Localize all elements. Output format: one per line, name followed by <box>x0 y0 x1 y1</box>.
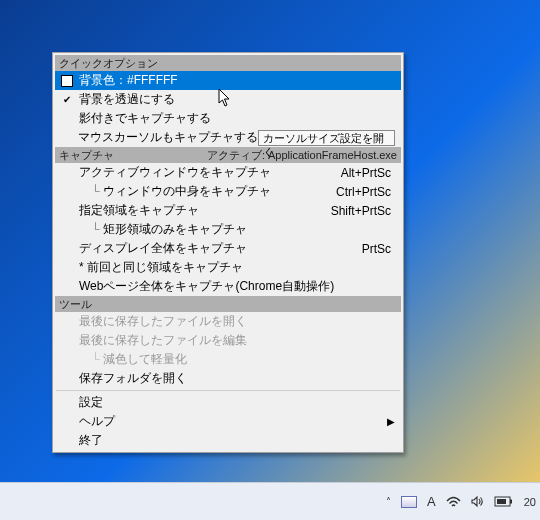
menu-label: 終了 <box>79 432 103 449</box>
active-process-label: アクティブ: ApplicationFrameHost.exe <box>207 147 397 163</box>
menu-item-open-last: 最後に保存したファイルを開く <box>55 312 401 331</box>
menu-label: 背景を透過にする <box>79 91 175 108</box>
clock[interactable]: 20 <box>524 496 536 508</box>
menu-label: アクティブウィンドウをキャプチャ <box>79 164 271 181</box>
menu-label: * 前回と同じ領域をキャプチャ <box>79 259 243 276</box>
ime-indicator[interactable]: A <box>427 494 436 509</box>
menu-label: 保存フォルダを開く <box>79 370 187 387</box>
menu-label: 背景色：#FFFFFF <box>79 72 178 89</box>
menu-item-edit-last: 最後に保存したファイルを編集 <box>55 331 401 350</box>
menu-label: 最後に保存したファイルを開く <box>79 313 247 330</box>
menu-label: 最後に保存したファイルを編集 <box>79 332 247 349</box>
section-capture: キャプチャ アクティブ: ApplicationFrameHost.exe <box>55 147 401 163</box>
menu-item-capture-fullscreen[interactable]: ディスプレイ全体をキャプチャ PrtSc <box>55 239 401 258</box>
menu-label: 矩形領域のみをキャプチャ <box>79 221 247 238</box>
menu-label: ウィンドウの中身をキャプチャ <box>79 183 271 200</box>
menu-label: 指定領域をキャプチャ <box>79 202 199 219</box>
shortcut-label: Shift+PrtSc <box>331 204 395 218</box>
menu-item-bgcolor[interactable]: 背景色：#FFFFFF <box>55 71 401 90</box>
menu-item-capture-window-content[interactable]: ウィンドウの中身をキャプチャ Ctrl+PrtSc <box>55 182 401 201</box>
section-label: クイックオプション <box>59 55 158 71</box>
checkmark-icon <box>55 94 79 105</box>
shortcut-label: Ctrl+PrtSc <box>336 185 395 199</box>
section-quick-options: クイックオプション <box>55 55 401 71</box>
svg-rect-1 <box>510 499 512 503</box>
cursor-size-settings-button[interactable]: カーソルサイズ設定を開く <box>258 130 395 146</box>
wifi-icon[interactable] <box>446 496 461 508</box>
menu-item-capture-same-region[interactable]: * 前回と同じ領域をキャプチャ <box>55 258 401 277</box>
tray-app-icon[interactable] <box>401 496 417 508</box>
taskbar[interactable]: ˄ A 20 <box>0 482 540 520</box>
menu-label: マウスカーソルもキャプチャする <box>78 129 258 146</box>
menu-item-capture-webpage[interactable]: Webページ全体をキャプチャ(Chrome自動操作) <box>55 277 401 296</box>
menu-label: Webページ全体をキャプチャ(Chrome自動操作) <box>79 278 334 295</box>
menu-item-capture-region[interactable]: 指定領域をキャプチャ Shift+PrtSc <box>55 201 401 220</box>
system-tray[interactable]: ˄ A 20 <box>386 494 540 509</box>
menu-label: ヘルプ <box>79 413 115 430</box>
svg-rect-2 <box>497 499 506 504</box>
menu-label: ディスプレイ全体をキャプチャ <box>79 240 247 257</box>
menu-label: 減色して軽量化 <box>79 351 187 368</box>
menu-item-help[interactable]: ヘルプ ▶ <box>55 412 401 431</box>
color-swatch-icon <box>61 75 73 87</box>
battery-icon[interactable] <box>494 496 514 508</box>
menu-label: 影付きでキャプチャする <box>79 110 211 127</box>
shortcut-label: Alt+PrtSc <box>341 166 395 180</box>
context-menu: クイックオプション 背景色：#FFFFFF 背景を透過にする 影付きでキャプチャ… <box>52 52 404 453</box>
separator <box>56 390 400 391</box>
section-label: キャプチャ <box>59 147 114 163</box>
menu-item-open-folder[interactable]: 保存フォルダを開く <box>55 369 401 388</box>
menu-item-mouse-cursor[interactable]: マウスカーソルもキャプチャする カーソルサイズ設定を開く <box>55 128 401 147</box>
menu-item-capture-rect-only[interactable]: 矩形領域のみをキャプチャ <box>55 220 401 239</box>
menu-item-capture-active-window[interactable]: アクティブウィンドウをキャプチャ Alt+PrtSc <box>55 163 401 182</box>
menu-item-exit[interactable]: 終了 <box>55 431 401 450</box>
menu-item-settings[interactable]: 設定 <box>55 393 401 412</box>
shortcut-label: PrtSc <box>362 242 395 256</box>
section-tools: ツール <box>55 296 401 312</box>
menu-item-transparent[interactable]: 背景を透過にする <box>55 90 401 109</box>
tray-overflow-icon[interactable]: ˄ <box>386 496 391 507</box>
menu-item-reduce-color: 減色して軽量化 <box>55 350 401 369</box>
section-label: ツール <box>59 296 92 312</box>
submenu-arrow-icon: ▶ <box>387 416 395 427</box>
volume-icon[interactable] <box>471 495 484 508</box>
menu-item-shadow[interactable]: 影付きでキャプチャする <box>55 109 401 128</box>
menu-label: 設定 <box>79 394 103 411</box>
